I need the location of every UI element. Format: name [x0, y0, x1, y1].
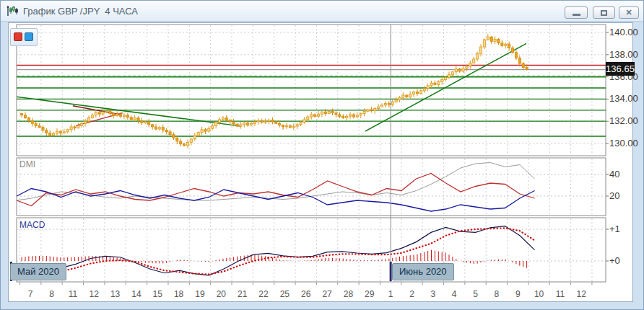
date-label: 11 [64, 289, 82, 299]
series-toolbar [10, 28, 38, 46]
date-label: 19 [191, 289, 209, 299]
date-label: 7 [22, 289, 39, 299]
macd-panel-label: MACD [19, 220, 45, 230]
month-badge-june: Июнь 2020 [392, 263, 454, 280]
chart-window: График GBP /JPY 4 ЧАСА ✕ DMI MACD 136.65… [0, 0, 644, 310]
dmi-axis-label: 20 [609, 190, 619, 201]
close-button[interactable]: ✕ [619, 6, 639, 19]
red-series-button[interactable] [14, 32, 22, 41]
price-axis-label: 132.00 [609, 115, 638, 126]
date-label: 15 [149, 289, 166, 299]
date-label: 20 [212, 289, 230, 299]
date-label: 22 [255, 289, 272, 299]
price-axis-label: 140.00 [609, 27, 638, 37]
date-label: 1 [382, 289, 399, 299]
date-label: 29 [361, 289, 378, 299]
date-label: 9 [509, 289, 526, 299]
date-label: 27 [318, 289, 336, 299]
date-label: 13 [107, 289, 124, 299]
price-axis-label: 138.00 [609, 49, 638, 60]
date-label: 12 [85, 289, 103, 299]
month-badge-may: Май 2020 [10, 263, 66, 280]
window-title: График GBP /JPY 4 ЧАСА [23, 6, 138, 17]
date-label: 3 [425, 289, 442, 299]
date-label: 28 [339, 289, 357, 299]
date-label: 4 [445, 289, 463, 299]
price-axis-label: 130.00 [609, 138, 638, 149]
blue-series-button[interactable] [25, 32, 33, 41]
date-label: 10 [531, 289, 548, 299]
dmi-axis-label: 40 [609, 169, 619, 180]
minimize-icon [573, 14, 580, 16]
date-label: 25 [276, 289, 293, 299]
minimize-button[interactable] [565, 6, 588, 19]
macd-axis-label: +1 [609, 223, 620, 234]
date-label: 5 [467, 289, 484, 299]
date-label: 8 [43, 289, 61, 299]
candlestick-chart-icon [6, 5, 19, 17]
date-label: 11 [552, 289, 569, 299]
title-bar[interactable]: График GBP /JPY 4 ЧАСА [1, 1, 643, 22]
maximize-button[interactable] [593, 6, 615, 19]
date-label: 8 [488, 289, 505, 299]
date-label: 18 [170, 289, 188, 299]
macd-axis-label: +0 [609, 255, 620, 266]
date-label: 2 [403, 289, 420, 299]
maximize-icon [601, 10, 607, 16]
chart-client-area[interactable] [8, 22, 633, 302]
price-axis-label: 134.00 [609, 93, 638, 104]
date-label: 14 [128, 289, 145, 299]
date-label: 26 [297, 289, 315, 299]
date-label: 21 [234, 289, 251, 299]
date-label: 12 [573, 289, 590, 299]
dmi-panel-label: DMI [19, 159, 35, 169]
close-icon: ✕ [625, 9, 632, 17]
current-price-badge: 136.65 [606, 62, 635, 76]
